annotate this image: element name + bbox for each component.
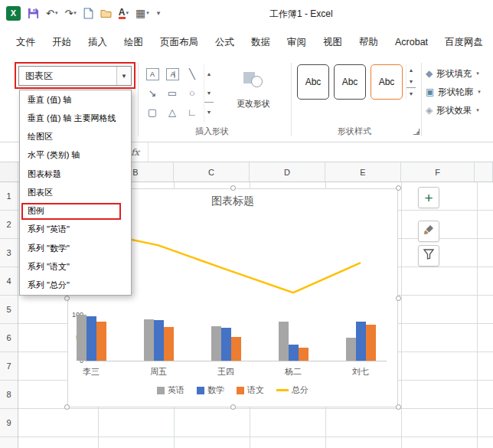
dropdown-item[interactable]: 系列 "总分" — [20, 276, 131, 295]
line-shape-icon[interactable]: ╲ — [182, 64, 202, 83]
new-document-icon[interactable] — [83, 8, 93, 19]
font-color-chevron-icon[interactable]: ▾ — [126, 10, 129, 16]
row-header-7[interactable]: 7 — [0, 352, 18, 381]
row-header-5[interactable]: 5 — [0, 296, 18, 324]
chart-element-selector[interactable]: 图表区 ▼ — [18, 66, 132, 86]
column-header-E[interactable]: E — [325, 162, 401, 181]
dropdown-item[interactable]: 系列 "数学" — [20, 239, 131, 257]
dropdown-item[interactable]: 绘图区 — [20, 128, 131, 146]
formula-input[interactable] — [149, 142, 493, 162]
shape-fill-button[interactable]: ◆ 形状填充 ▾ — [426, 64, 493, 83]
ribbon-tab[interactable]: 审阅 — [279, 26, 315, 58]
arrow-line-shape-icon[interactable]: ↘ — [142, 83, 162, 103]
bar-英语[interactable] — [279, 322, 289, 361]
shapes-scroll-up-icon[interactable]: ▲ — [204, 64, 214, 83]
column-header-F[interactable]: F — [401, 162, 475, 181]
bar-英语[interactable] — [346, 338, 356, 361]
shapes-scroll-down-icon[interactable]: ▼ — [204, 83, 214, 103]
chart-handle-middle-left[interactable] — [64, 296, 70, 301]
font-color-button[interactable]: A▾ — [119, 8, 129, 19]
bar-语文[interactable] — [231, 337, 241, 361]
shape-styles-dialog-launcher-icon[interactable] — [413, 129, 420, 135]
elbow-connector-shape-icon[interactable]: ∟ — [182, 103, 202, 122]
shape-style-sample-1[interactable]: Abc — [297, 64, 329, 100]
table-chevron-icon[interactable]: ▾ — [146, 10, 149, 16]
column-header-partial[interactable] — [475, 162, 493, 181]
shape-style-sample-3[interactable]: Abc — [371, 64, 403, 100]
textbox-shape-icon[interactable]: A — [142, 64, 162, 83]
row-header-2[interactable]: 2 — [0, 211, 18, 239]
dropdown-item[interactable]: 垂直 (值) 轴 — [20, 90, 131, 109]
shapes-gallery-more-icon[interactable]: ▼ — [204, 102, 214, 122]
shape-effects-button[interactable]: ◈ 形状效果 ▾ — [426, 101, 493, 119]
ribbon-tab[interactable]: Acrobat — [387, 26, 436, 58]
styles-scroll-down-icon[interactable]: ▼ — [406, 76, 416, 87]
bar-数学[interactable] — [221, 328, 231, 361]
row-header-1[interactable]: 1 — [0, 182, 18, 211]
styles-scroll-up-icon[interactable]: ▲ — [406, 64, 416, 76]
chart-legend[interactable]: 英语数学语文总分 — [68, 384, 397, 396]
dropdown-item[interactable]: 垂直 (值) 轴 主要网格线 — [20, 109, 131, 127]
ribbon-tab[interactable]: 公式 — [207, 26, 243, 58]
dropdown-item[interactable]: 水平 (类别) 轴 — [20, 146, 131, 165]
ribbon-tab[interactable]: 页面布局 — [152, 26, 207, 58]
row-header-3[interactable]: 3 — [0, 239, 18, 267]
save-icon[interactable] — [28, 8, 39, 19]
chart-handle-top-right[interactable] — [396, 185, 401, 191]
dropdown-item[interactable]: 系列 "英语" — [20, 221, 131, 239]
bar-语文[interactable] — [366, 325, 376, 361]
dropdown-item[interactable]: 图表区 — [20, 183, 131, 201]
chart-handle-bottom-left[interactable] — [64, 404, 70, 410]
undo-button[interactable]: ↶▾ — [46, 8, 57, 19]
customize-qat-button[interactable]: ▾ — [156, 9, 161, 17]
rectangle-shape-icon[interactable]: ▭ — [162, 83, 182, 103]
legend-item-语文[interactable]: 语文 — [237, 384, 264, 396]
chart-handle-bottom-right[interactable] — [396, 404, 401, 410]
vertical-textbox-shape-icon[interactable]: A| — [162, 64, 182, 83]
dropdown-item[interactable]: 系列 "语文" — [20, 257, 131, 276]
legend-item-总分[interactable]: 总分 — [276, 384, 309, 396]
bar-英语[interactable] — [77, 315, 87, 361]
ribbon-tab[interactable]: 帮助 — [351, 26, 387, 58]
dropdown-item[interactable]: 图表标题 — [20, 165, 131, 183]
legend-item-英语[interactable]: 英语 — [157, 384, 184, 396]
bar-语文[interactable] — [299, 348, 309, 361]
ribbon-tab[interactable]: 数据 — [243, 26, 279, 58]
oval-shape-icon[interactable]: ○ — [182, 83, 202, 103]
shape-style-sample-2[interactable]: Abc — [334, 64, 366, 100]
shape-effects-chevron-icon[interactable]: ▾ — [476, 107, 479, 113]
row-header-6[interactable]: 6 — [0, 324, 18, 352]
undo-chevron-icon[interactable]: ▾ — [55, 10, 58, 16]
bar-语文[interactable] — [96, 322, 106, 361]
styles-gallery-more-icon[interactable]: ▼ — [406, 87, 416, 100]
ribbon-tab[interactable]: 插入 — [80, 26, 116, 58]
bar-数学[interactable] — [154, 320, 164, 361]
shape-outline-chevron-icon[interactable]: ▾ — [478, 89, 481, 95]
open-folder-icon[interactable] — [100, 8, 112, 18]
chart-styles-button[interactable] — [418, 221, 439, 242]
chart-elements-button[interactable]: + — [418, 187, 439, 208]
chart-filters-button[interactable] — [418, 245, 439, 267]
triangle-shape-icon[interactable]: △ — [162, 103, 182, 122]
select-all-corner[interactable] — [0, 162, 18, 181]
shape-fill-chevron-icon[interactable]: ▾ — [476, 70, 479, 77]
chart-handle-top-center[interactable] — [230, 185, 236, 191]
redo-button[interactable]: ↷▾ — [64, 8, 76, 19]
bar-数学[interactable] — [289, 345, 299, 361]
bar-语文[interactable] — [164, 327, 174, 361]
redo-chevron-icon[interactable]: ▾ — [73, 10, 77, 16]
column-header-C[interactable]: C — [174, 162, 250, 181]
row-header-9[interactable]: 9 — [0, 409, 18, 437]
column-header-D[interactable]: D — [250, 162, 325, 181]
shape-outline-button[interactable]: ▣ 形状轮廓 ▾ — [426, 83, 493, 101]
table-borders-button[interactable]: ▦▾ — [135, 7, 149, 19]
bar-数学[interactable] — [356, 322, 366, 361]
bar-英语[interactable] — [144, 319, 154, 361]
legend-item-数学[interactable]: 数学 — [197, 384, 224, 396]
chart-handle-bottom-center[interactable] — [230, 404, 236, 410]
bar-数学[interactable] — [87, 316, 96, 361]
ribbon-tab[interactable]: 开始 — [44, 26, 80, 58]
row-header-4[interactable]: 4 — [0, 267, 18, 296]
rounded-rectangle-shape-icon[interactable]: ▢ — [142, 103, 162, 122]
change-shape-button[interactable]: 更改形状 — [225, 64, 282, 133]
